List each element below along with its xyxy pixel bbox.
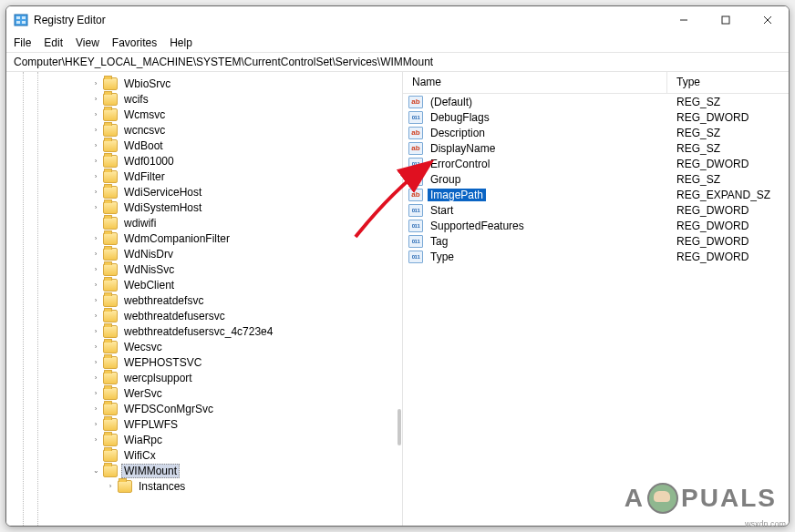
tree-item[interactable]: ›webthreatdefusersvc	[6, 308, 402, 323]
tree-item[interactable]: ›WFDSConMgrSvc	[6, 401, 402, 416]
menu-edit[interactable]: Edit	[44, 36, 63, 49]
maximize-button[interactable]	[705, 6, 747, 34]
chevron-right-icon[interactable]: ›	[90, 420, 101, 428]
tree-item[interactable]: ›WdiServiceHost	[6, 184, 402, 200]
chevron-right-icon[interactable]: ›	[90, 312, 101, 320]
binary-value-icon: 011	[408, 111, 423, 124]
tree-item[interactable]: wdiwifi	[6, 215, 402, 230]
tree-item[interactable]: ›webthreatdefusersvc_4c723e4	[6, 323, 402, 339]
minimize-button[interactable]	[663, 6, 705, 34]
chevron-right-icon[interactable]: ›	[90, 203, 101, 211]
column-name[interactable]: Name	[403, 72, 667, 93]
tree-pane[interactable]: ›WbioSrvc›wcifs›Wcmsvc›wcncsvc›WdBoot›Wd…	[6, 72, 403, 526]
window-title: Registry Editor	[34, 14, 106, 26]
chevron-right-icon[interactable]: ›	[90, 157, 101, 165]
menu-favorites[interactable]: Favorites	[112, 36, 157, 49]
chevron-right-icon[interactable]: ›	[90, 358, 101, 366]
tree-item[interactable]: ›wercplsupport	[6, 370, 402, 385]
chevron-right-icon[interactable]: ›	[90, 110, 101, 118]
list-header[interactable]: Name Type	[403, 72, 789, 94]
chevron-right-icon[interactable]: ›	[90, 435, 101, 444]
chevron-right-icon[interactable]: ›	[90, 79, 101, 87]
chevron-right-icon[interactable]: ›	[90, 327, 101, 335]
address-bar[interactable]: Computer\HKEY_LOCAL_MACHINE\SYSTEM\Curre…	[6, 52, 789, 72]
string-value-icon: ab	[408, 96, 423, 108]
tree-item[interactable]: ›wcifs	[6, 91, 402, 107]
column-type[interactable]: Type	[667, 72, 789, 93]
tree-item[interactable]: ›WdiSystemHost	[6, 200, 402, 215]
values-list[interactable]: ab(Default)REG_SZ011DebugFlagsREG_DWORDa…	[403, 94, 789, 526]
value-row[interactable]: abGroupREG_SZ	[403, 171, 789, 187]
menu-help[interactable]: Help	[170, 36, 192, 49]
chevron-right-icon[interactable]: ›	[90, 126, 101, 134]
tree-item[interactable]: WifiCx	[6, 447, 402, 463]
tree-item-label: WdFilter	[121, 170, 168, 183]
tree-item[interactable]: ›WdmCompanionFilter	[6, 230, 402, 246]
tree-item[interactable]: ›Wdf01000	[6, 153, 402, 169]
chevron-right-icon[interactable]: ›	[90, 234, 101, 242]
value-name: Description	[428, 127, 488, 139]
tree-item[interactable]: ⌄WIMMount	[6, 463, 402, 478]
splitter-handle[interactable]	[398, 409, 401, 445]
menu-view[interactable]: View	[76, 36, 99, 49]
value-type: REG_SZ	[667, 173, 789, 186]
tree-item[interactable]: ›WdFilter	[6, 169, 402, 184]
tree-item[interactable]: ›Wecsvc	[6, 339, 402, 354]
tree-item-label: wcncsvc	[121, 124, 168, 137]
chevron-right-icon[interactable]: ›	[90, 250, 101, 258]
close-button[interactable]	[747, 6, 789, 34]
tree-item-label: wercplsupport	[121, 372, 195, 384]
chevron-right-icon[interactable]: ›	[90, 172, 101, 180]
maximize-icon	[721, 15, 730, 25]
values-pane: Name Type ab(Default)REG_SZ011DebugFlags…	[403, 72, 789, 526]
value-row[interactable]: abImagePathREG_EXPAND_SZ	[403, 187, 789, 202]
folder-icon	[103, 124, 118, 137]
value-row[interactable]: abDescriptionREG_SZ	[403, 125, 789, 140]
tree-item[interactable]: ›webthreatdefsvc	[6, 292, 402, 308]
chevron-right-icon[interactable]: ›	[90, 141, 101, 149]
tree-item[interactable]: ›Instances	[6, 478, 402, 494]
tree-item-label: WdiServiceHost	[121, 186, 204, 199]
tree-item[interactable]: ›WebClient	[6, 277, 402, 292]
folder-icon	[103, 170, 118, 183]
chevron-right-icon[interactable]: ›	[105, 482, 116, 490]
chevron-right-icon[interactable]: ›	[90, 404, 101, 413]
chevron-right-icon[interactable]: ›	[90, 296, 101, 304]
tree-item[interactable]: ›WdBoot	[6, 138, 402, 153]
chevron-right-icon[interactable]: ›	[90, 343, 101, 351]
chevron-right-icon[interactable]: ›	[90, 265, 101, 273]
value-row[interactable]: 011ErrorControlREG_DWORD	[403, 156, 789, 171]
chevron-down-icon[interactable]: ⌄	[90, 466, 101, 475]
tree-item-label: Wecsvc	[121, 341, 165, 353]
value-row[interactable]: ab(Default)REG_SZ	[403, 94, 789, 109]
value-row[interactable]: 011TagREG_DWORD	[403, 233, 789, 249]
binary-value-icon: 011	[408, 204, 423, 217]
tree-item[interactable]: ›WFPLWFS	[6, 416, 402, 432]
tree-item[interactable]: ›WdNisSvc	[6, 261, 402, 277]
tree-item[interactable]: ›wcncsvc	[6, 122, 402, 138]
tree-item[interactable]: ›WEPHOSTSVC	[6, 354, 402, 370]
value-row[interactable]: 011StartREG_DWORD	[403, 202, 789, 218]
value-row[interactable]: abDisplayNameREG_SZ	[403, 140, 789, 156]
chevron-right-icon[interactable]: ›	[90, 95, 101, 103]
tree-item[interactable]: ›WdNisDrv	[6, 246, 402, 261]
folder-icon	[103, 77, 118, 90]
value-row[interactable]: 011SupportedFeaturesREG_DWORD	[403, 218, 789, 233]
tree-item-label: WdNisSvc	[121, 263, 177, 276]
value-row[interactable]: 011DebugFlagsREG_DWORD	[403, 109, 789, 125]
value-row[interactable]: 011TypeREG_DWORD	[403, 249, 789, 264]
binary-value-icon: 011	[408, 251, 423, 263]
value-name: DisplayName	[428, 142, 498, 155]
tree-item[interactable]: ›WbioSrvc	[6, 76, 402, 91]
tree-item-label: WebClient	[121, 279, 177, 292]
titlebar[interactable]: Registry Editor	[6, 6, 789, 34]
tree-item[interactable]: ›Wcmsvc	[6, 107, 402, 122]
chevron-right-icon[interactable]: ›	[90, 281, 101, 289]
tree-item[interactable]: ›WiaRpc	[6, 432, 402, 447]
chevron-right-icon[interactable]: ›	[90, 373, 101, 382]
chevron-right-icon[interactable]: ›	[90, 188, 101, 196]
chevron-right-icon[interactable]: ›	[90, 389, 101, 397]
tree-item[interactable]: ›WerSvc	[6, 385, 402, 401]
value-type: REG_DWORD	[667, 204, 789, 217]
menu-file[interactable]: File	[14, 36, 31, 49]
